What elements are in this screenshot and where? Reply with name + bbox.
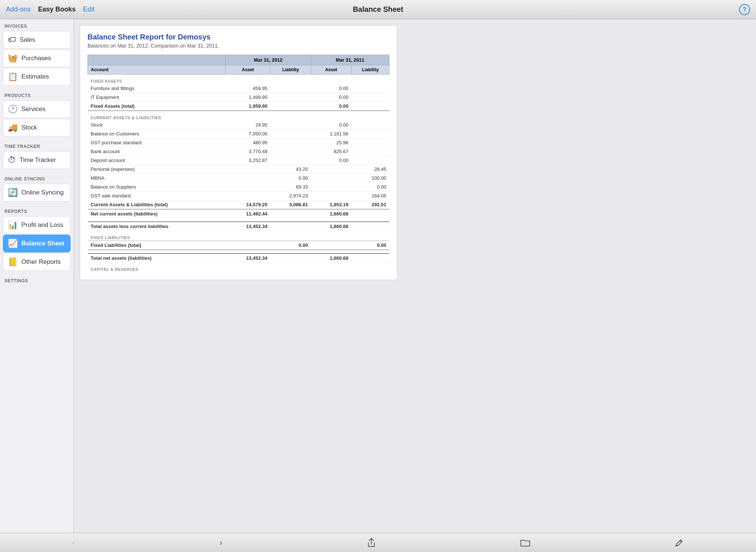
col-header-row: Mar 31, 2012 Mar 31, 2011: [88, 55, 389, 65]
online-syncing-label: Online Syncing: [21, 189, 63, 196]
value-cell: [270, 102, 311, 111]
value-cell: [270, 209, 311, 218]
table-row: Balance on Suppliers69.330.00: [88, 183, 389, 192]
services-icon: 🕐: [8, 104, 18, 114]
sidebar: INVOICES🏷Sales🧺Purchases📋EstimatesPRODUC…: [0, 19, 74, 533]
section-label: TIME TRACKER: [0, 139, 73, 151]
section-label: ONLINE SYNCING: [0, 172, 73, 184]
value-cell: [311, 165, 351, 174]
value-cell: 0.00: [351, 183, 389, 192]
value-cell: [226, 183, 271, 192]
sidebar-section-reports: REPORTS📊Profit and Loss📈Balance Sheet📒Ot…: [0, 204, 73, 271]
sidebar-item-sales[interactable]: 🏷Sales: [3, 31, 71, 49]
sidebar-item-profit-loss[interactable]: 📊Profit and Loss: [3, 216, 71, 234]
value-cell: 1,660.68: [311, 253, 351, 263]
value-cell: [351, 138, 389, 147]
value-cell: 164.06: [351, 192, 389, 200]
value-cell: [351, 222, 389, 231]
account-cell: Personal (expenses): [88, 165, 226, 174]
sidebar-item-online-syncing[interactable]: 🔄Online Syncing: [3, 184, 71, 201]
account-cell: Balance on Suppliers: [88, 183, 226, 192]
account-cell: Bank account: [88, 147, 226, 156]
account-cell: Fixed Liabilities (total): [88, 241, 226, 250]
report-card: Balance Sheet Report for Demosys Balance…: [80, 25, 397, 280]
table-section-header: CAPITAL & RESERVES: [88, 263, 389, 273]
page-title: Balance Sheet: [353, 5, 403, 14]
asset-2011-header: Asset: [311, 65, 351, 75]
table-row: MBNA0.00100.00: [88, 174, 389, 183]
sidebar-item-other-reports[interactable]: 📒Other Reports: [3, 253, 71, 271]
sidebar-item-purchases[interactable]: 🧺Purchases: [3, 49, 71, 67]
section-label: INVOICES: [0, 19, 73, 31]
table-row: IT Equipment1,499.950.00: [88, 93, 389, 102]
sidebar-section-settings: SETTINGS: [0, 274, 73, 286]
mar2012-header: Mar 31, 2012: [226, 55, 311, 65]
value-cell: [351, 102, 389, 111]
account-cell: Current Assets & Liabilities (total): [88, 200, 226, 210]
value-cell: 1,953.19: [311, 200, 351, 210]
back-button[interactable]: ‹: [65, 535, 82, 551]
table-row: Current Assets & Liabilities (total)14,5…: [88, 200, 389, 210]
folder-button[interactable]: [513, 536, 537, 550]
value-cell: [270, 147, 311, 156]
section-header-label: FIXED ASSETS: [88, 75, 389, 84]
sidebar-item-services[interactable]: 🕐Services: [3, 100, 71, 118]
top-nav: Add-ons Easy Books Edit Balance Sheet ?: [0, 0, 756, 19]
value-cell: [270, 253, 311, 263]
balance-sheet-table: Mar 31, 2012 Mar 31, 2011 Account Asset …: [87, 55, 389, 272]
account-cell: Total assets less current liabilities: [88, 222, 226, 231]
sub-header-row: Account Asset Liability Asset Liability: [88, 65, 389, 75]
table-section-header: FIXED LIABILITIES: [88, 231, 389, 241]
addons-link[interactable]: Add-ons: [6, 6, 31, 13]
table-spacer: [88, 218, 389, 222]
profit-loss-label: Profit and Loss: [21, 221, 63, 229]
profit-loss-icon: 📊: [8, 220, 18, 230]
other-reports-icon: 📒: [8, 257, 18, 267]
sidebar-item-stock[interactable]: 🚚Stock: [3, 119, 71, 137]
edit-link[interactable]: Edit: [83, 6, 94, 13]
value-cell: 0.00: [311, 156, 351, 165]
section-header-label: CURRENT ASSETS & LIABILITIES: [88, 111, 389, 121]
stock-label: Stock: [21, 124, 37, 131]
value-cell: 1,959.90: [226, 102, 271, 111]
bottom-toolbar: ‹ ›: [0, 533, 756, 552]
value-cell: 825.67: [311, 147, 351, 156]
section-header-label: CAPITAL & RESERVES: [88, 263, 389, 273]
help-button[interactable]: ?: [739, 4, 750, 15]
value-cell: [270, 138, 311, 147]
account-col-header: [88, 55, 226, 65]
sidebar-item-estimates[interactable]: 📋Estimates: [3, 68, 71, 86]
table-row: Fixed Liabilities (total)0.000.00: [88, 241, 389, 250]
estimates-icon: 📋: [8, 72, 18, 82]
app-title: Easy Books: [38, 6, 76, 13]
value-cell: 0.00: [351, 241, 389, 250]
value-cell: 11,492.44: [226, 209, 271, 218]
table-row: Bank account3,770.48825.67: [88, 147, 389, 156]
share-button[interactable]: [360, 535, 383, 551]
account-cell: Stock: [88, 121, 226, 130]
value-cell: 69.33: [270, 183, 311, 192]
value-cell: 14,579.25: [226, 200, 271, 210]
account-cell: Fixed Assets (total): [88, 102, 226, 111]
sidebar-item-balance-sheet[interactable]: 📈Balance Sheet: [3, 235, 71, 252]
value-cell: [351, 93, 389, 102]
section-header-label: FIXED LIABILITIES: [88, 231, 389, 241]
value-cell: 1,101.56: [311, 130, 351, 138]
value-cell: [270, 156, 311, 165]
liability-2011-header: Liability: [351, 65, 389, 75]
forward-button[interactable]: ›: [212, 535, 230, 551]
table-row: Fixed Assets (total)1,959.900.00: [88, 102, 389, 111]
value-cell: [226, 241, 271, 250]
table-row: GST purchase standard480.9525.96: [88, 138, 389, 147]
value-cell: [311, 183, 351, 192]
value-cell: 480.95: [226, 138, 271, 147]
sidebar-item-time-tracker[interactable]: ⏱Time Tracker: [3, 151, 71, 169]
time-tracker-label: Time Tracker: [20, 156, 56, 164]
value-cell: 0.00: [311, 102, 351, 111]
table-row: Total assets less current liabilities13,…: [88, 222, 389, 231]
value-cell: [270, 84, 311, 93]
table-row: Personal (expenses)43.2528.45: [88, 165, 389, 174]
value-cell: [270, 130, 311, 138]
edit-button[interactable]: [667, 535, 691, 550]
table-row: GST sale standard2,974.23164.06: [88, 192, 389, 200]
